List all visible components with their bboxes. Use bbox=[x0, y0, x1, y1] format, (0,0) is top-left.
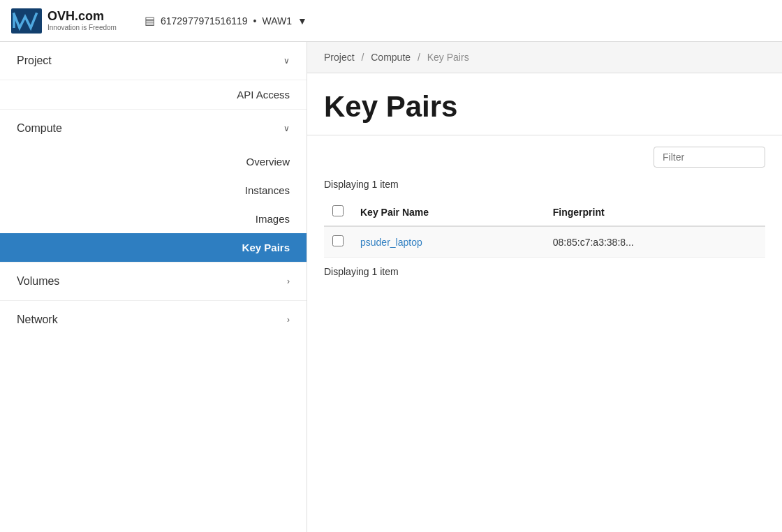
sidebar-project-chevron: ∨ bbox=[283, 56, 290, 66]
title-divider bbox=[307, 135, 782, 135]
breadcrumb-compute: Compute bbox=[371, 52, 411, 63]
table-area: Displaying 1 item Key Pair Name Fingerpr… bbox=[307, 179, 782, 291]
logo-sub-text: Innovation is Freedom bbox=[47, 24, 117, 32]
sidebar-network-arrow: › bbox=[287, 315, 290, 325]
breadcrumb: Project / Compute / Key Pairs bbox=[307, 42, 782, 73]
table-header-row: Key Pair Name Fingerprint bbox=[324, 198, 765, 226]
content-area: Project / Compute / Key Pairs Key Pairs … bbox=[307, 42, 782, 532]
breadcrumb-sep2: / bbox=[418, 52, 420, 63]
sidebar-images-label: Images bbox=[256, 213, 290, 225]
region-label: WAW1 bbox=[262, 15, 292, 27]
sidebar: Project ∨ API Access Compute ∨ Overview … bbox=[0, 42, 307, 532]
col-checkbox-header bbox=[324, 198, 352, 226]
row-checkbox[interactable] bbox=[332, 235, 344, 246]
sidebar-instances-label: Instances bbox=[245, 184, 290, 196]
key-pairs-table: Key Pair Name Fingerprint psuder_laptop0… bbox=[324, 198, 765, 258]
page-title-area: Key Pairs bbox=[307, 73, 782, 135]
sidebar-compute-header[interactable]: Compute ∨ bbox=[0, 110, 307, 147]
sidebar-volumes-label: Volumes bbox=[17, 275, 59, 288]
sidebar-network-label: Network bbox=[17, 313, 58, 326]
table-row: psuder_laptop08:85:c7:a3:38:8... bbox=[324, 226, 765, 258]
project-id: 6172977971516119 bbox=[161, 15, 248, 27]
breadcrumb-project: Project bbox=[324, 52, 355, 63]
sidebar-overview-label: Overview bbox=[246, 156, 290, 168]
table-body: psuder_laptop08:85:c7:a3:38:8... bbox=[324, 226, 765, 258]
sidebar-compute-label: Compute bbox=[17, 122, 62, 135]
col-name-header: Key Pair Name bbox=[352, 198, 545, 226]
col-fingerprint-header: Fingerprint bbox=[545, 198, 765, 226]
sidebar-key-pairs-label: Key Pairs bbox=[242, 242, 290, 253]
top-bar: OVH.com Innovation is Freedom ▤ 61729779… bbox=[0, 0, 782, 42]
main-layout: Project ∨ API Access Compute ∨ Overview … bbox=[0, 42, 782, 532]
sidebar-project-label: Project bbox=[17, 54, 52, 67]
logo-area: OVH.com Innovation is Freedom bbox=[11, 8, 117, 34]
table-header: Key Pair Name Fingerprint bbox=[324, 198, 765, 226]
sidebar-volumes-header[interactable]: Volumes › bbox=[0, 263, 307, 300]
filter-row bbox=[307, 147, 782, 179]
sidebar-api-access-label: API Access bbox=[237, 89, 290, 101]
ovh-logo bbox=[11, 8, 42, 34]
select-all-checkbox[interactable] bbox=[332, 205, 344, 216]
sidebar-volumes-arrow: › bbox=[287, 276, 290, 286]
region-chevron: ▼ bbox=[297, 15, 307, 27]
sidebar-item-instances[interactable]: Instances bbox=[0, 176, 307, 205]
page-title: Key Pairs bbox=[324, 90, 765, 124]
breadcrumb-sep1: / bbox=[361, 52, 364, 63]
row-checkbox-cell bbox=[324, 226, 352, 258]
sidebar-item-overview[interactable]: Overview bbox=[0, 147, 307, 176]
sidebar-item-images[interactable]: Images bbox=[0, 205, 307, 233]
breadcrumb-current: Key Pairs bbox=[427, 52, 469, 63]
sidebar-project-header[interactable]: Project ∨ bbox=[0, 42, 307, 80]
sidebar-network-header[interactable]: Network › bbox=[0, 301, 307, 339]
displaying-top-text: Displaying 1 item bbox=[324, 179, 765, 190]
displaying-bottom-text: Displaying 1 item bbox=[324, 266, 765, 291]
key-pair-link[interactable]: psuder_laptop bbox=[360, 237, 422, 248]
row-key-pair-name[interactable]: psuder_laptop bbox=[352, 226, 545, 258]
row-fingerprint: 08:85:c7:a3:38:8... bbox=[545, 226, 765, 258]
logo-main-text: OVH.com bbox=[47, 9, 117, 24]
sidebar-item-api-access[interactable]: API Access bbox=[0, 80, 307, 109]
filter-input[interactable] bbox=[654, 147, 765, 168]
sidebar-item-key-pairs[interactable]: Key Pairs bbox=[0, 233, 307, 262]
project-selector[interactable]: ▤ 6172977971516119 • WAW1 ▼ bbox=[145, 14, 307, 27]
project-id-icon: ▤ bbox=[145, 14, 155, 27]
logo-text-area: OVH.com Innovation is Freedom bbox=[47, 9, 117, 33]
separator: • bbox=[253, 15, 257, 27]
sidebar-compute-chevron: ∨ bbox=[283, 124, 290, 133]
